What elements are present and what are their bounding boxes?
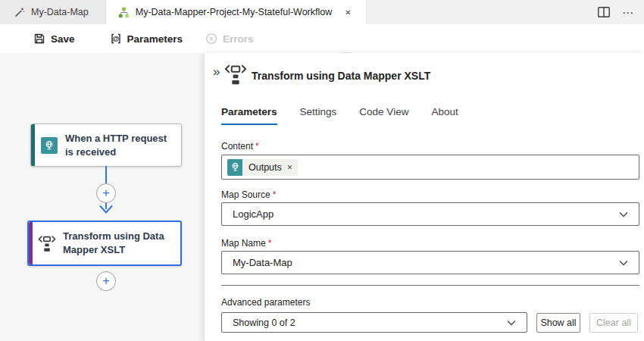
http-request-icon xyxy=(41,137,58,154)
more-actions-icon[interactable]: ⋯ xyxy=(622,7,633,18)
outputs-token[interactable]: Outputs ✕ xyxy=(227,159,298,176)
chevron-down-icon xyxy=(619,211,628,217)
content-input[interactable]: Outputs ✕ xyxy=(221,155,639,180)
trigger-color-stripe xyxy=(31,124,35,166)
content-field-label: Content* xyxy=(221,141,259,152)
map-name-value: My-Data-Map xyxy=(233,257,619,268)
action-node-data-mapper-xslt[interactable]: Transform using Data Mapper XSLT xyxy=(27,221,182,266)
at-parameters-icon: @ xyxy=(110,33,122,45)
trigger-node-title: When a HTTP request is received xyxy=(65,132,181,159)
required-asterisk: * xyxy=(268,238,272,249)
collapse-panel-icon[interactable]: » xyxy=(213,65,220,78)
errors-label: Errors xyxy=(223,33,254,45)
tab-label: My-Data-Map xyxy=(31,7,89,17)
save-icon xyxy=(33,33,45,45)
clear-all-button[interactable]: Clear all xyxy=(589,313,638,333)
magic-wand-icon xyxy=(14,7,25,18)
token-label: Outputs xyxy=(242,162,286,173)
tab-workflow[interactable]: My-Data-Mapper-Project-My-Stateful-Workf… xyxy=(106,0,367,24)
tab-label: My-Data-Mapper-Project-My-Stateful-Workf… xyxy=(136,7,333,17)
parameters-label: Parameters xyxy=(127,33,183,45)
tab-settings[interactable]: Settings xyxy=(300,106,337,125)
split-editor-icon[interactable] xyxy=(598,7,610,17)
action-color-stripe xyxy=(29,222,33,264)
add-step-button[interactable]: + xyxy=(96,271,116,291)
save-label: Save xyxy=(51,33,75,45)
workflow-icon xyxy=(118,7,130,18)
designer-toolbar: Save @ Parameters Errors xyxy=(0,24,644,53)
section-divider xyxy=(221,285,639,286)
tabbar-actions: ⋯ xyxy=(598,0,644,24)
error-circle-icon xyxy=(205,33,217,45)
action-node-title: Transform using Data Mapper XSLT xyxy=(63,230,180,257)
app-window: My-Data-Map My-Data-Mapper-Project-My-St… xyxy=(0,0,644,341)
http-request-icon xyxy=(227,159,242,176)
xslt-transform-icon xyxy=(38,235,56,252)
map-source-value: LogicApp xyxy=(233,208,619,220)
errors-button[interactable]: Errors xyxy=(198,24,261,53)
tab-code-view[interactable]: Code View xyxy=(359,106,408,125)
svg-text:@: @ xyxy=(112,34,119,42)
tab-parameters[interactable]: Parameters xyxy=(221,106,277,125)
map-name-field-label: Map Name* xyxy=(221,238,271,249)
required-asterisk: * xyxy=(255,141,259,152)
operation-details-panel: » Transform using Data Mapper XSLT Param… xyxy=(205,53,644,341)
close-icon[interactable]: ✕ xyxy=(342,7,353,18)
panel-title: Transform using Data Mapper XSLT xyxy=(252,70,430,82)
panel-tabs: Parameters Settings Code View About xyxy=(221,106,458,125)
parameters-button[interactable]: @ Parameters xyxy=(102,24,191,53)
map-name-select[interactable]: My-Data-Map xyxy=(221,251,639,274)
map-source-field-label: Map Source* xyxy=(221,189,276,200)
chevron-down-icon xyxy=(619,260,628,266)
advanced-parameters-value: Showing 0 of 2 xyxy=(233,318,507,328)
map-source-select[interactable]: LogicApp xyxy=(221,202,639,226)
remove-token-icon[interactable]: ✕ xyxy=(286,164,299,171)
chevron-down-icon xyxy=(507,320,516,326)
advanced-parameters-select[interactable]: Showing 0 of 2 xyxy=(221,312,527,333)
advanced-parameters-label: Advanced parameters xyxy=(221,297,310,308)
tab-my-data-map[interactable]: My-Data-Map xyxy=(0,0,106,24)
show-all-button[interactable]: Show all xyxy=(536,313,580,333)
editor-tab-bar: My-Data-Map My-Data-Mapper-Project-My-St… xyxy=(0,0,644,24)
xslt-transform-icon xyxy=(224,64,247,86)
required-asterisk: * xyxy=(273,189,277,200)
save-button[interactable]: Save xyxy=(26,24,83,53)
insert-step-button[interactable]: + xyxy=(96,183,116,203)
tab-about[interactable]: About xyxy=(431,106,458,125)
trigger-node-http-request[interactable]: When a HTTP request is received xyxy=(30,124,182,167)
